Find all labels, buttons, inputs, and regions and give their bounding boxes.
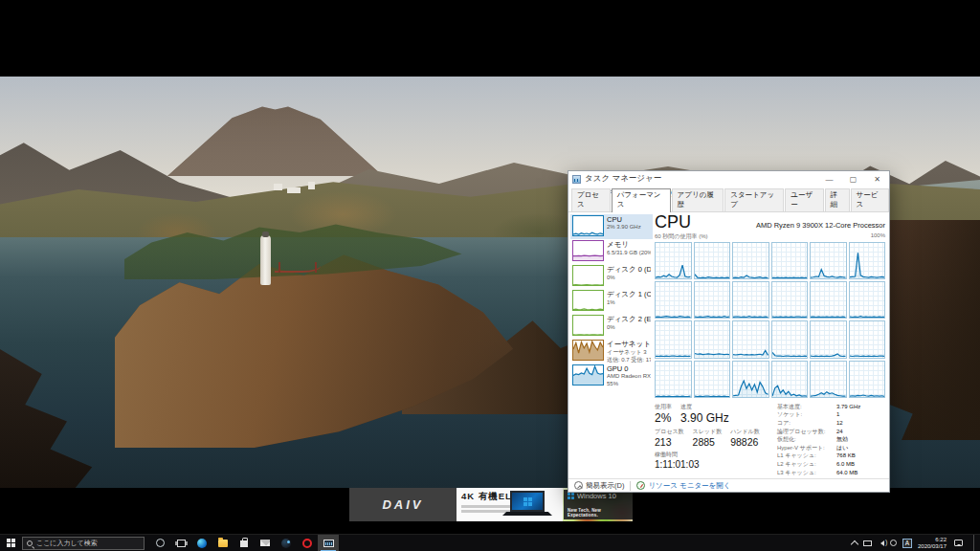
sidebar-item-3[interactable]: ディスク 1 (C:)1% [570, 289, 653, 314]
steam-button[interactable] [276, 535, 297, 551]
cpu-info-row-2: コア:12 [777, 419, 885, 428]
title-bar[interactable]: タスク マネージャー — ▢ ✕ [568, 171, 889, 187]
cpu-core-graph-13 [694, 320, 731, 358]
cpu-core-graph-3 [771, 242, 809, 279]
tab-0[interactable]: プロセス [571, 188, 611, 211]
close-button[interactable]: ✕ [865, 171, 889, 187]
cpu-core-graph-6 [655, 281, 692, 319]
cpu-core-graph-9 [771, 281, 809, 319]
daiv-logo: DAIV [349, 488, 457, 521]
cpu-core-grid [655, 242, 885, 398]
handles-value: 98826 [730, 436, 760, 448]
sidebar-item-title: ディスク 0 (D: G: H:) [607, 265, 651, 275]
ime-indicator[interactable]: A [902, 539, 912, 548]
cpu-core-graph-12 [655, 320, 692, 358]
resource-monitor-icon [636, 481, 645, 490]
threads-label: スレッド数 [693, 428, 723, 436]
search-icon [27, 540, 33, 546]
clock-date: 2020/03/17 [918, 543, 947, 549]
cpu-core-graph-23 [849, 361, 886, 398]
sidebar-mini-graph [572, 265, 604, 286]
tab-4[interactable]: ユーザー [785, 188, 823, 211]
sidebar-item-title: イーサネット [607, 340, 651, 349]
wallpaper-building [274, 184, 282, 190]
open-resource-monitor-link[interactable]: リソース モニターを開く [636, 481, 730, 491]
sidebar-item-sub: 6.5/31.9 GB (20%) [607, 250, 651, 257]
sidebar-item-4[interactable]: ディスク 2 (E:)0% [570, 314, 653, 339]
task-manager-taskbar-button[interactable] [318, 535, 339, 551]
edge-button[interactable] [191, 535, 212, 551]
tab-3[interactable]: スタートアップ [724, 188, 784, 211]
cpu-info-row-3: 論理プロセッサ数:24 [777, 428, 885, 436]
steam-icon [281, 539, 291, 548]
minimize-button[interactable]: — [817, 171, 841, 187]
wallpaper-building [287, 187, 301, 193]
sidebar-mini-graph [572, 215, 604, 236]
handles-label: ハンドル数 [730, 428, 760, 436]
window-title: タスク マネージャー [585, 173, 661, 185]
window-footer: 簡易表示(D) リソース モニターを開く [568, 478, 889, 492]
sidebar-item-title: ディスク 1 (C:) [607, 290, 651, 299]
sidebar-item-sub: 0% [607, 275, 651, 282]
mail-button[interactable] [255, 535, 276, 551]
footer-divider [630, 481, 631, 491]
ad-banner: DAIV 4K 有機EL 採用 Windows 10 New Tech, New… [349, 488, 633, 521]
cpu-panel: CPU AMD Ryzen 9 3900X 12-Core Processor … [653, 212, 889, 478]
sidebar-item-sub: 送信: 0.7 受信: 17.1 Mbps [607, 357, 651, 364]
tab-1[interactable]: パフォーマンス [612, 188, 671, 212]
banner-tagline: New Tech, New Expectations. [568, 508, 629, 518]
file-explorer-button[interactable] [212, 535, 234, 551]
opera-button[interactable] [297, 535, 318, 551]
cpu-core-graph-20 [732, 361, 769, 398]
display-icon[interactable] [863, 540, 872, 546]
sidebar-item-sub: 1% [607, 299, 651, 307]
cortana-icon [156, 539, 165, 547]
volume-icon[interactable] [878, 540, 884, 546]
taskbar-search-box[interactable]: ここに入力して検索 [22, 537, 145, 550]
tab-5[interactable]: 詳細 [825, 188, 850, 211]
task-view-button[interactable] [170, 535, 191, 551]
taskbar: ここに入力して検索 A 6:22 2020/03/17 [0, 534, 980, 551]
processor-name: AMD Ryzen 9 3900X 12-Core Processor [756, 221, 885, 231]
mail-icon [260, 540, 270, 546]
task-manager-window: タスク マネージャー — ▢ ✕ ファイル(F) オプション(O) 表示(V) … [568, 170, 890, 493]
cpu-info-row-1: ソケット:1 [777, 410, 885, 419]
sidebar-item-2[interactable]: ディスク 0 (D: G: H:)0% [570, 264, 653, 289]
cortana-button[interactable] [149, 535, 170, 551]
status-circle-icon[interactable] [890, 540, 897, 546]
cpu-info-row-5: Hyper-V サポート:はい [777, 444, 885, 452]
tab-2[interactable]: アプリの履歴 [672, 188, 724, 211]
sidebar-item-sub: 2% 3.90 GHz [607, 224, 641, 231]
sidebar-mini-graph [572, 240, 604, 261]
start-button[interactable] [0, 535, 21, 551]
show-desktop-button[interactable] [973, 535, 977, 551]
taskbar-app-icons [149, 535, 339, 551]
simple-view-button[interactable]: 簡易表示(D) [574, 481, 624, 491]
cpu-info-row-8: L3 キャッシュ:64.0 MB [777, 469, 885, 477]
store-button[interactable] [234, 535, 255, 551]
cpu-core-graph-4 [810, 242, 847, 279]
axis-label-right: 100% [871, 232, 885, 241]
tab-strip: プロセスパフォーマンスアプリの履歴スタートアップユーザー詳細サービス [568, 198, 889, 212]
sidebar-item-title: メモリ [607, 240, 651, 250]
cpu-core-graph-17 [849, 320, 886, 358]
sidebar-item-0[interactable]: CPU2% 3.90 GHz [570, 214, 653, 239]
taskbar-clock[interactable]: 6:22 2020/03/17 [918, 537, 947, 550]
sidebar-item-6[interactable]: GPU 0AMD Radeon RX 5...55% [570, 364, 653, 388]
processes-value: 213 [655, 436, 684, 448]
sidebar-item-5[interactable]: イーサネットイーサネット 3送信: 0.7 受信: 17.1 Mbps [570, 339, 653, 364]
cpu-core-graph-15 [771, 320, 809, 358]
tab-6[interactable]: サービス [851, 188, 889, 211]
speed-value: 3.90 GHz [680, 411, 729, 425]
sidebar-mini-graph [572, 290, 604, 311]
task-manager-app-icon [572, 175, 581, 184]
sidebar-item-1[interactable]: メモリ6.5/31.9 GB (20%) [570, 239, 653, 264]
maximize-button[interactable]: ▢ [841, 171, 865, 187]
sidebar-item-sub: AMD Radeon RX 5... [607, 373, 651, 381]
cpu-core-graph-2 [732, 242, 769, 279]
sidebar-mini-graph [572, 364, 604, 386]
action-center-icon[interactable] [954, 540, 963, 546]
chevron-up-circle-icon [574, 481, 583, 490]
windows-start-icon [7, 539, 15, 547]
hidden-icons-chevron-icon[interactable] [851, 540, 858, 548]
